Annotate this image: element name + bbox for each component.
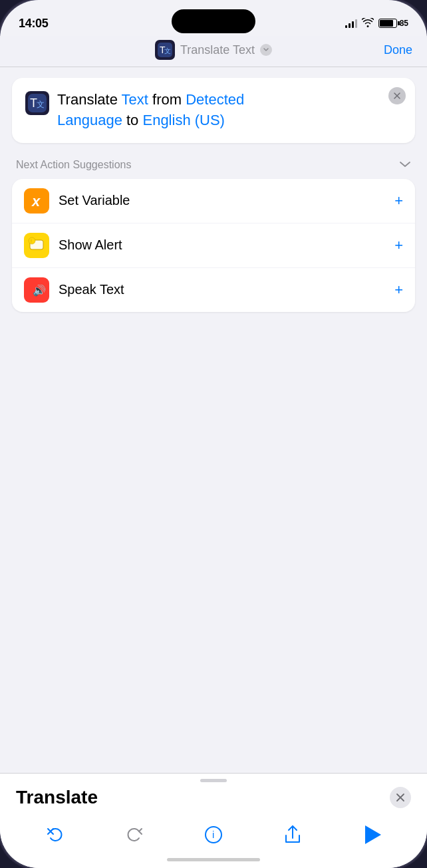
main-content: T 文 Translate Text from Detected Languag… — [0, 67, 427, 323]
battery-icon: 85 — [378, 19, 408, 28]
nav-bar: T 文 Translate Text Done — [0, 36, 427, 67]
nav-chevron-icon[interactable] — [260, 44, 272, 56]
from-word: from — [148, 91, 186, 108]
set-variable-icon: x — [24, 188, 49, 214]
suggestion-speak-text[interactable]: 🔊 Speak Text + — [12, 268, 415, 312]
wifi-icon — [362, 18, 374, 29]
share-button[interactable] — [278, 820, 307, 849]
speak-text-icon: 🔊 — [24, 277, 49, 303]
translate-app-icon: T 文 — [25, 91, 49, 115]
nav-title: Translate Text — [180, 43, 255, 57]
suggestion-show-alert[interactable]: ! Show Alert + — [12, 223, 415, 268]
nav-title-area[interactable]: T 文 Translate Text — [48, 40, 379, 60]
phone-screen: 14:05 — [0, 0, 427, 868]
to-word: to — [122, 112, 143, 128]
target-language-token[interactable]: English (US) — [142, 112, 224, 128]
action-card: T 文 Translate Text from Detected Languag… — [12, 78, 415, 143]
status-time: 14:05 — [19, 17, 49, 31]
set-variable-add-button[interactable]: + — [394, 192, 403, 210]
info-button[interactable]: i — [199, 820, 228, 849]
show-alert-add-button[interactable]: + — [394, 237, 403, 254]
svg-text:i: i — [212, 829, 214, 840]
show-alert-icon: ! — [24, 233, 49, 258]
detected-token[interactable]: Detected — [186, 91, 244, 108]
undo-button[interactable] — [41, 820, 70, 849]
svg-text:🔊: 🔊 — [33, 284, 46, 297]
nav-app-icon: T 文 — [155, 40, 175, 60]
toolbar-handle — [200, 779, 227, 782]
done-button[interactable]: Done — [379, 43, 412, 57]
next-actions-header[interactable]: Next Action Suggestions — [12, 159, 415, 171]
toolbar-title: Translate — [16, 787, 390, 808]
play-icon — [365, 825, 381, 844]
action-text: Translate Text from Detected Language to… — [57, 90, 402, 131]
show-alert-label: Show Alert — [59, 237, 385, 253]
svg-text:文: 文 — [164, 47, 171, 55]
text-token[interactable]: Text — [122, 91, 148, 108]
bottom-toolbar: Translate — [0, 773, 427, 868]
next-actions-chevron-icon[interactable] — [399, 159, 411, 171]
svg-text:文: 文 — [37, 100, 45, 109]
action-card-content: T 文 Translate Text from Detected Languag… — [25, 90, 402, 131]
redo-button[interactable] — [120, 820, 149, 849]
speak-text-label: Speak Text — [59, 282, 385, 297]
toolbar-header: Translate — [0, 782, 427, 816]
status-icons: 85 — [345, 18, 408, 29]
home-indicator — [167, 858, 260, 861]
suggestion-set-variable[interactable]: x Set Variable + — [12, 179, 415, 223]
svg-text:x: x — [31, 193, 41, 210]
phone-frame: 14:05 — [0, 0, 427, 868]
svg-point-9 — [29, 237, 35, 244]
set-variable-label: Set Variable — [59, 193, 385, 208]
toolbar-actions: i — [0, 816, 427, 855]
action-close-button[interactable] — [388, 87, 406, 104]
signal-icon — [345, 19, 357, 28]
language-token[interactable]: Language — [57, 112, 122, 128]
dynamic-island — [172, 9, 255, 33]
battery-level: 85 — [400, 19, 408, 28]
speak-text-add-button[interactable]: + — [394, 281, 403, 299]
suggestion-list: x Set Variable + ! — [12, 179, 415, 312]
svg-text:!: ! — [31, 239, 32, 243]
toolbar-close-button[interactable] — [390, 787, 411, 808]
translate-prefix: Translate — [57, 91, 122, 108]
next-actions-title: Next Action Suggestions — [16, 159, 131, 171]
play-button[interactable] — [357, 820, 386, 849]
